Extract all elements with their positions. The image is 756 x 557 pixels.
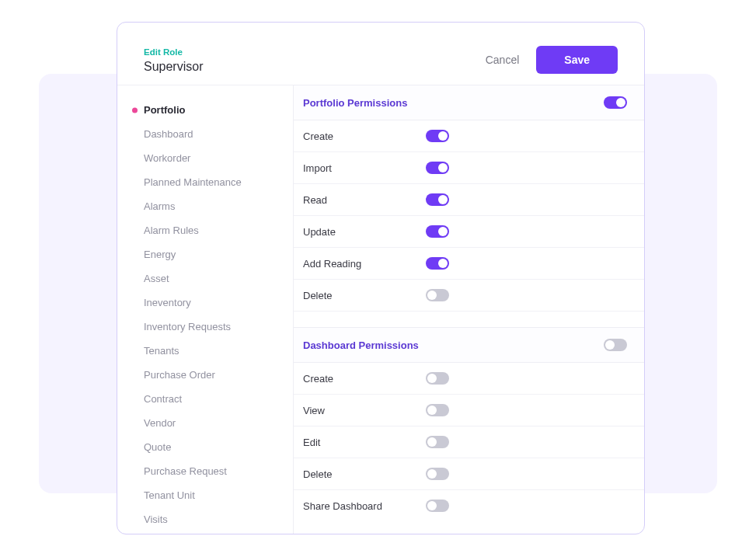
permission-section-title: Portfolio Permissions [303,97,407,109]
permission-label: Add Reading [303,258,426,270]
sidebar-item-alarm-rules[interactable]: Alarm Rules [117,218,293,242]
header-title-group: Edit Role Supervisor [144,47,203,74]
permission-label: Create [303,373,426,385]
permission-row: Create [294,363,644,395]
permission-label: Create [303,131,426,142]
permission-toggle[interactable] [426,193,449,206]
sidebar-item-purchase-request[interactable]: Purchase Request [117,459,293,483]
sidebar-item-label: Energy [144,249,176,260]
sidebar-item-label: Purchase Request [144,465,227,477]
permission-section-title: Dashboard Permissions [303,339,419,351]
permission-label: Share Dashboard [303,500,426,512]
permission-toggle[interactable] [426,436,449,448]
sidebar-item-label: Asset [144,273,169,284]
permission-toggle[interactable] [426,500,449,512]
sidebar-item-label: Portfolio [144,104,185,116]
sidebar-item-portfolio[interactable]: Portfolio [117,98,293,122]
role-name: Supervisor [144,60,203,74]
edit-role-label: Edit Role [144,47,203,57]
permission-toggle[interactable] [426,257,449,270]
sidebar-item-label: Dashboard [144,128,193,140]
permission-row: Delete [294,280,644,312]
permission-section-header: Portfolio Permissions [294,85,644,120]
sidebar-item-dashboard[interactable]: Dashboard [117,122,293,146]
sidebar-item-alarms[interactable]: Alarms [117,194,293,218]
sidebar-item-workorder[interactable]: Workorder [117,146,293,170]
permission-toggle[interactable] [426,225,449,238]
permission-row: Edit [294,426,644,458]
sidebar-item-energy[interactable]: Energy [117,242,293,266]
sidebar-item-inventory-requests[interactable]: Inventory Requests [117,315,293,339]
sidebar-item-label: Tenants [144,345,179,357]
sidebar-item-quote[interactable]: Quote [117,435,293,459]
sidebar-item-label: Visits [144,513,168,525]
permission-label: Import [303,162,426,174]
permission-toggle[interactable] [426,404,449,416]
sidebar-item-label: Alarms [144,200,175,212]
sidebar-item-label: Quote [144,441,171,453]
permission-row: Share Dashboard [294,490,644,521]
sidebar-item-vendor[interactable]: Vendor [117,411,293,435]
permission-row: Add Reading [294,248,644,280]
sidebar-item-tenants[interactable]: Tenants [117,339,293,363]
sidebar-item-label: Contract [144,393,182,405]
sidebar-item-contract[interactable]: Contract [117,387,293,411]
permission-toggle[interactable] [426,372,449,385]
permission-row: View [294,395,644,426]
permission-row: Read [294,184,644,216]
permission-label: Edit [303,437,426,448]
modal-body: PortfolioDashboardWorkorderPlanned Maint… [117,85,644,534]
permission-label: View [303,405,426,416]
section-master-toggle[interactable] [604,96,627,109]
permission-toggle[interactable] [426,130,449,142]
permission-row: Delete [294,458,644,490]
modal-header: Edit Role Supervisor Cancel Save [117,23,644,85]
cancel-button[interactable]: Cancel [486,54,520,66]
sidebar-item-purchase-order[interactable]: Purchase Order [117,363,293,387]
permission-row: Create [294,120,644,152]
sidebar-item-ineventory[interactable]: Ineventory [117,291,293,315]
sidebar-item-label: Alarm Rules [144,225,199,236]
permission-toggle[interactable] [426,289,449,301]
edit-role-modal: Edit Role Supervisor Cancel Save Portfol… [117,22,645,534]
permission-label: Read [303,194,426,206]
sidebar-item-label: Vendor [144,417,176,429]
sidebar-item-asset[interactable]: Asset [117,266,293,291]
sidebar-item-visits[interactable]: Visits [117,507,293,531]
header-actions: Cancel Save [486,46,618,74]
sidebar-item-label: Tenant Unit [144,489,195,501]
permission-row: Import [294,152,644,184]
permission-section-header: Dashboard Permissions [294,327,644,363]
permissions-sidebar: PortfolioDashboardWorkorderPlanned Maint… [117,85,294,534]
sidebar-item-label: Workorder [144,152,190,164]
permission-toggle[interactable] [426,468,449,480]
save-button[interactable]: Save [536,46,618,74]
sidebar-item-planned-maintenance[interactable]: Planned Maintenance [117,170,293,194]
permission-toggle[interactable] [426,162,449,174]
permission-label: Delete [303,468,426,480]
sidebar-item-label: Inventory Requests [144,321,231,332]
sidebar-item-label: Ineventory [144,297,191,308]
sidebar-item-label: Purchase Order [144,369,215,381]
sidebar-item-tenant-unit[interactable]: Tenant Unit [117,483,293,507]
permission-label: Delete [303,290,426,301]
permissions-content: Portfolio PermissionsCreateImportReadUpd… [294,85,644,534]
sidebar-item-label: Planned Maintenance [144,176,242,188]
permission-label: Update [303,226,426,238]
permission-row: Update [294,216,644,248]
section-master-toggle[interactable] [604,339,627,351]
